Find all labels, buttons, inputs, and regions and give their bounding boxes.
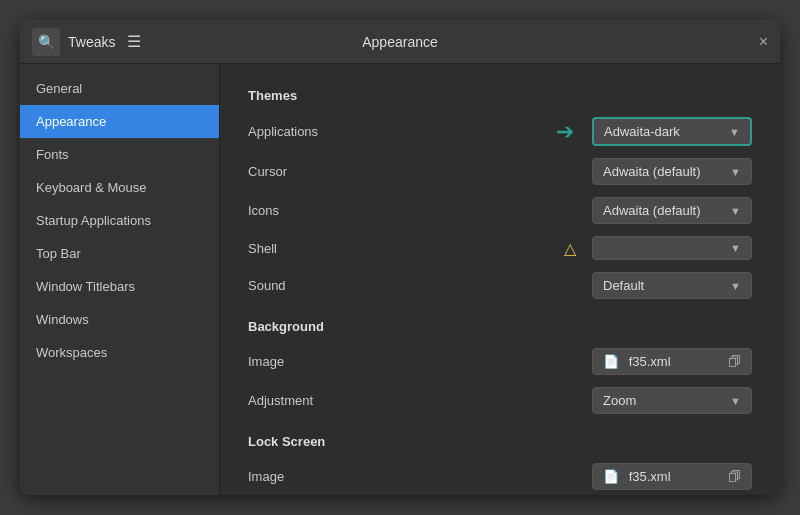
arrow-indicator: ➔ [556,119,574,145]
cursor-control: Adwaita (default) ▼ [592,158,752,185]
icons-control: Adwaita (default) ▼ [592,197,752,224]
sidebar-item-fonts[interactable]: Fonts [20,138,219,171]
dropdown-arrow-icon: ▼ [729,126,740,138]
sidebar-item-startup-applications[interactable]: Startup Applications [20,204,219,237]
cursor-row: Cursor Adwaita (default) ▼ [248,152,752,191]
applications-label: Applications [248,124,556,139]
lockscreen-image-file-btn[interactable]: 📄 f35.xml 🗍 [592,463,752,490]
close-button[interactable]: × [568,33,768,51]
file-icon: 📄 [603,469,619,484]
shell-control: △ ▼ [564,236,752,260]
dropdown-arrow-icon: ▼ [730,166,741,178]
lockscreen-image-row: Image 📄 f35.xml 🗍 [248,457,752,495]
background-adjustment-label: Adjustment [248,393,592,408]
background-adjustment-dropdown[interactable]: Zoom ▼ [592,387,752,414]
sound-control: Default ▼ [592,272,752,299]
cursor-label: Cursor [248,164,592,179]
lockscreen-image-control: 📄 f35.xml 🗍 [592,463,752,490]
sound-dropdown[interactable]: Default ▼ [592,272,752,299]
icons-dropdown[interactable]: Adwaita (default) ▼ [592,197,752,224]
warning-icon: △ [564,239,576,258]
background-image-control: 📄 f35.xml 🗍 [592,348,752,375]
content-area: General Appearance Fonts Keyboard & Mous… [20,64,780,495]
background-image-label: Image [248,354,592,369]
titlebar-left: 🔍 Tweaks ☰ [32,28,232,56]
app-title: Tweaks [68,34,115,50]
dropdown-arrow-icon: ▼ [730,280,741,292]
applications-dropdown[interactable]: Adwaita-dark ▼ [592,117,752,146]
shell-row: Shell △ ▼ [248,230,752,266]
sidebar-item-window-titlebars[interactable]: Window Titlebars [20,270,219,303]
file-icon: 📄 [603,354,619,369]
menu-button[interactable]: ☰ [123,28,145,55]
shell-dropdown[interactable]: ▼ [592,236,752,260]
dropdown-arrow-icon: ▼ [730,205,741,217]
file-copy-icon: 🗍 [728,354,741,369]
applications-row: Applications ➔ Adwaita-dark ▼ [248,111,752,152]
applications-control: ➔ Adwaita-dark ▼ [556,117,752,146]
background-adjustment-row: Adjustment Zoom ▼ [248,381,752,420]
sidebar-item-general[interactable]: General [20,72,219,105]
cursor-dropdown[interactable]: Adwaita (default) ▼ [592,158,752,185]
icons-label: Icons [248,203,592,218]
sound-label: Sound [248,278,592,293]
background-section-title: Background [248,319,752,334]
sidebar-item-windows[interactable]: Windows [20,303,219,336]
dropdown-arrow-icon: ▼ [730,395,741,407]
sidebar-item-top-bar[interactable]: Top Bar [20,237,219,270]
titlebar: 🔍 Tweaks ☰ Appearance × [20,20,780,64]
main-window: 🔍 Tweaks ☰ Appearance × General Appearan… [20,20,780,495]
background-adjustment-control: Zoom ▼ [592,387,752,414]
close-icon: × [759,33,768,50]
file-copy-icon: 🗍 [728,469,741,484]
sidebar-item-appearance[interactable]: Appearance [20,105,219,138]
lockscreen-section-title: Lock Screen [248,434,752,449]
sound-row: Sound Default ▼ [248,266,752,305]
lockscreen-image-label: Image [248,469,592,484]
themes-section-title: Themes [248,88,752,103]
background-image-row: Image 📄 f35.xml 🗍 [248,342,752,381]
main-content: Themes Applications ➔ Adwaita-dark ▼ Cur… [220,64,780,495]
page-title: Appearance [362,34,438,50]
titlebar-center: Appearance [232,34,568,50]
sidebar: General Appearance Fonts Keyboard & Mous… [20,64,220,495]
hamburger-icon: ☰ [127,33,141,50]
dropdown-arrow-icon: ▼ [730,242,741,254]
search-button[interactable]: 🔍 [32,28,60,56]
background-image-file-btn[interactable]: 📄 f35.xml 🗍 [592,348,752,375]
sidebar-item-workspaces[interactable]: Workspaces [20,336,219,369]
search-icon: 🔍 [38,34,55,50]
sidebar-item-keyboard-mouse[interactable]: Keyboard & Mouse [20,171,219,204]
icons-row: Icons Adwaita (default) ▼ [248,191,752,230]
shell-label: Shell [248,241,564,256]
